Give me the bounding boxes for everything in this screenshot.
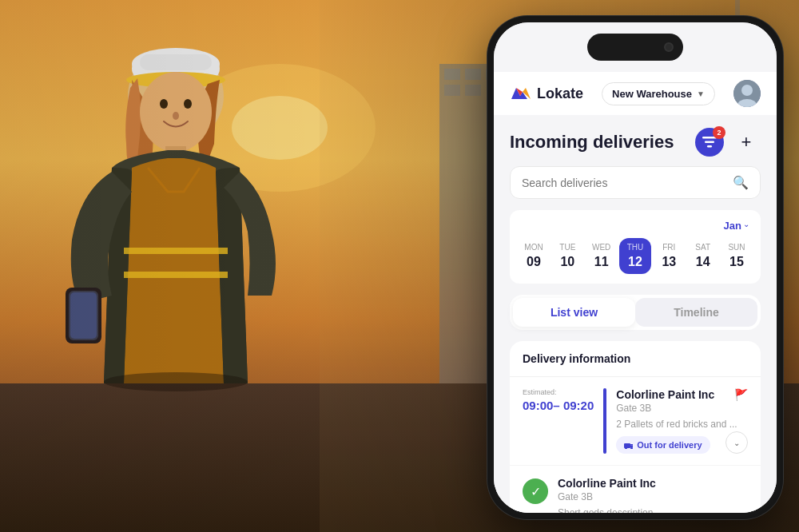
calendar-day-15[interactable]: SUN15 bbox=[721, 238, 753, 274]
day-name-15: SUN bbox=[728, 243, 745, 252]
phone-outer-shell: Lokate New Warehouse ▼ bbox=[487, 16, 783, 519]
calendar-day-14[interactable]: SAT14 bbox=[687, 238, 719, 274]
description-1: 2 Pallets of red bricks and ... bbox=[616, 419, 748, 430]
app-logo-text: Lokate bbox=[537, 85, 583, 102]
calendar-day-12[interactable]: THU12 bbox=[619, 238, 651, 274]
days-row: MON09TUE10WED11THU12FRI13SAT14SUN15 bbox=[518, 238, 753, 274]
company-name-2: Colorline Paint Inc bbox=[558, 477, 748, 490]
day-number-10: 10 bbox=[560, 255, 574, 269]
search-bar[interactable]: 🔍 bbox=[510, 166, 761, 199]
month-row: Jan ⌄ bbox=[518, 220, 753, 232]
filter-badge: 2 bbox=[713, 126, 725, 139]
calendar-day-09[interactable]: MON09 bbox=[518, 238, 550, 274]
day-name-10: TUE bbox=[559, 243, 575, 252]
camera-lens bbox=[664, 42, 674, 52]
day-name-14: SAT bbox=[695, 243, 710, 252]
svg-point-39 bbox=[741, 85, 753, 96]
calendar-section: Jan ⌄ MON09TUE10WED11THU12FRI13SAT14SUN1… bbox=[510, 210, 761, 284]
day-number-11: 11 bbox=[594, 255, 609, 269]
check-circle-2: ✓ bbox=[523, 478, 548, 504]
flag-icon-1: 🚩 bbox=[734, 388, 748, 401]
day-number-12: 12 bbox=[628, 255, 642, 269]
day-name-12: THU bbox=[627, 243, 644, 252]
user-avatar[interactable] bbox=[733, 80, 761, 107]
svg-rect-42 bbox=[705, 141, 714, 144]
main-content-area: Incoming deliveries 2 + bbox=[494, 115, 777, 513]
day-number-14: 14 bbox=[696, 255, 710, 269]
delivery-card-2: ✓ Colorline Paint Inc Gate 3B Short gods… bbox=[510, 466, 761, 513]
time-column-1: Estimated: 09:00– 09:20 bbox=[523, 388, 594, 414]
day-name-13: FRI bbox=[662, 243, 675, 252]
delivery-list-section: Delivery information Estimated: 09:00– 0… bbox=[510, 341, 761, 513]
status-badge-1: Out for delivery bbox=[616, 436, 710, 454]
description-2: Short gods description... bbox=[558, 507, 748, 513]
time-range-1: 09:00– 09:20 bbox=[523, 398, 594, 414]
header-actions: 2 + bbox=[695, 128, 761, 157]
tab-timeline[interactable]: Timeline bbox=[635, 298, 757, 327]
day-name-09: MON bbox=[524, 243, 543, 252]
delivery-card-body-2: Colorline Paint Inc Gate 3B Short gods d… bbox=[558, 477, 748, 513]
delivery-card-1: Estimated: 09:00– 09:20 Colorline Paint … bbox=[510, 377, 761, 466]
app-screen: Lokate New Warehouse ▼ bbox=[494, 22, 777, 513]
warehouse-selector[interactable]: New Warehouse ▼ bbox=[602, 82, 715, 105]
day-number-13: 13 bbox=[662, 255, 676, 269]
filter-button[interactable]: 2 bbox=[695, 128, 724, 157]
calendar-day-13[interactable]: FRI13 bbox=[653, 238, 685, 274]
estimated-label-1: Estimated: bbox=[523, 388, 594, 396]
add-button[interactable]: + bbox=[732, 128, 761, 157]
svg-rect-43 bbox=[707, 145, 712, 148]
tab-list-view[interactable]: List view bbox=[513, 298, 635, 327]
company-name-1: Colorline Paint Inc bbox=[616, 388, 748, 401]
section-header: Delivery information bbox=[510, 341, 761, 377]
gate-label-1: Gate 3B bbox=[616, 403, 748, 414]
lokate-logo-icon bbox=[510, 85, 532, 102]
page-header-row: Incoming deliveries 2 + bbox=[510, 115, 761, 166]
phone-screen: Lokate New Warehouse ▼ bbox=[494, 22, 777, 513]
day-name-11: WED bbox=[592, 243, 610, 252]
search-input[interactable] bbox=[522, 177, 733, 189]
month-chevron-icon: ⌄ bbox=[743, 220, 749, 232]
svg-rect-44 bbox=[624, 443, 630, 448]
avatar-image bbox=[733, 80, 761, 107]
gate-label-2: Gate 3B bbox=[558, 491, 748, 502]
calendar-day-10[interactable]: TUE10 bbox=[551, 238, 583, 274]
filter-icon bbox=[702, 137, 717, 148]
phone-device: Lokate New Warehouse ▼ bbox=[487, 16, 783, 519]
expand-button-1[interactable]: ⌄ bbox=[725, 431, 748, 454]
logo-area: Lokate bbox=[510, 85, 583, 102]
day-number-09: 09 bbox=[527, 255, 541, 269]
view-tabs: List view Timeline bbox=[510, 295, 761, 330]
delivery-accent-bar-1 bbox=[603, 388, 606, 454]
month-label[interactable]: Jan bbox=[724, 220, 741, 232]
calendar-day-11[interactable]: WED11 bbox=[586, 238, 618, 274]
app-header: Lokate New Warehouse ▼ bbox=[494, 72, 777, 115]
dynamic-island bbox=[587, 34, 683, 61]
search-icon: 🔍 bbox=[733, 175, 749, 190]
warehouse-name: New Warehouse bbox=[612, 88, 692, 100]
warehouse-chevron-icon: ▼ bbox=[697, 89, 705, 98]
page-title: Incoming deliveries bbox=[510, 132, 674, 153]
truck-icon bbox=[624, 441, 634, 449]
day-number-15: 15 bbox=[729, 255, 744, 269]
